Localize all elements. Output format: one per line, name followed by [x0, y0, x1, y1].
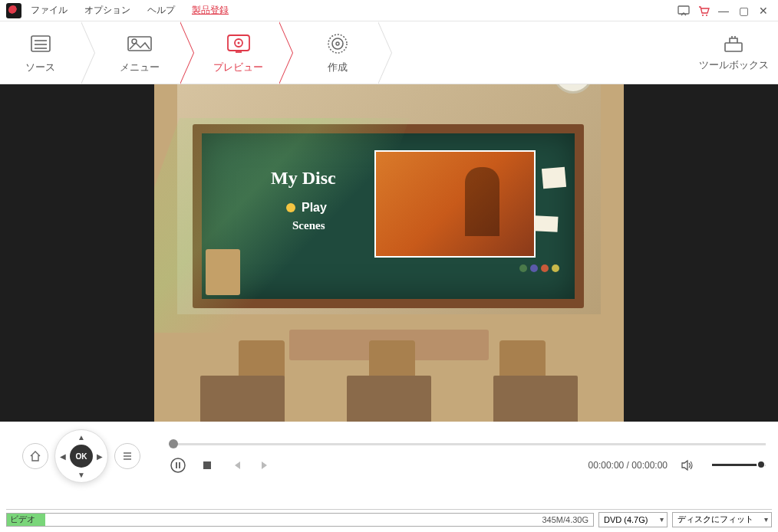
volume-slider[interactable]: [712, 464, 766, 466]
volume-icon[interactable]: [678, 456, 697, 475]
nav-down[interactable]: ▼: [77, 471, 85, 479]
seek-thumb[interactable]: [169, 439, 178, 448]
disc-title: My Disc: [271, 168, 336, 189]
tab-label: メニュー: [120, 61, 160, 74]
menu-option[interactable]: オプション: [84, 4, 130, 17]
app-logo: [6, 3, 21, 18]
chair-decoration: [239, 340, 285, 377]
tab-label: 作成: [328, 61, 348, 74]
menu-register[interactable]: 製品登録: [192, 4, 229, 17]
prev-button[interactable]: [227, 456, 246, 475]
disc-capacity-bar: ビデオ 345M/4.30G: [6, 513, 594, 527]
svg-rect-3: [31, 36, 50, 51]
svg-point-1: [702, 15, 704, 16]
dvd-nav-cluster: ▲ ▼ ◀ ▶ OK: [12, 429, 150, 483]
menu-file[interactable]: ファイル: [31, 4, 68, 17]
magnets-decoration: [519, 264, 559, 272]
svg-point-11: [237, 41, 239, 44]
tab-source[interactable]: ソース: [0, 21, 81, 84]
svg-rect-25: [203, 461, 211, 469]
titlebar: ファイル オプション ヘルプ 製品登録 — ▢ ✕: [0, 0, 778, 21]
maximize-icon[interactable]: ▢: [735, 2, 752, 19]
tab-label: ソース: [25, 61, 55, 74]
minimize-icon[interactable]: —: [715, 2, 732, 19]
svg-point-13: [328, 34, 347, 53]
svg-point-15: [336, 42, 339, 45]
tab-menu[interactable]: メニュー: [99, 21, 180, 84]
menu-help[interactable]: ヘルプ: [147, 4, 175, 17]
menu-scenes-button[interactable]: Scenes: [292, 219, 325, 232]
status-bar: ビデオ 345M/4.30G DVD (4.7G) ディスクにフィット: [6, 509, 772, 529]
toolbox-button[interactable]: ツールボックス: [695, 21, 772, 84]
close-icon[interactable]: ✕: [755, 2, 772, 19]
selection-dot-icon: [286, 203, 295, 212]
nav-ok-button[interactable]: OK: [70, 445, 93, 468]
sticky-note-decoration: [534, 215, 558, 232]
pause-button[interactable]: [169, 456, 187, 475]
preview-area: My Disc Play Scenes: [0, 84, 778, 422]
nav-right[interactable]: ▶: [97, 452, 103, 461]
tabbar: ソース メニュー プレビュー 作成 ツールボックス: [0, 21, 778, 84]
toolbox-label: ツールボックス: [699, 58, 769, 72]
fit-mode-select[interactable]: ディスクにフィット: [672, 512, 772, 527]
video-label: ビデオ: [7, 514, 35, 525]
nav-up[interactable]: ▲: [77, 433, 85, 442]
desks-decoration: [154, 376, 624, 422]
tab-preview[interactable]: プレビュー: [198, 21, 279, 84]
player-controls: ▲ ▼ ◀ ▶ OK 00:00:00: [0, 422, 778, 491]
tab-label: プレビュー: [213, 61, 263, 74]
svg-rect-7: [128, 37, 151, 51]
tab-create[interactable]: 作成: [297, 21, 377, 84]
svg-point-22: [171, 458, 185, 472]
next-button[interactable]: [256, 456, 275, 475]
time-display: 00:00:00 / 00:00:00: [588, 460, 668, 471]
scroll-decoration: [206, 249, 240, 295]
dvd-menu-preview[interactable]: My Disc Play Scenes: [154, 84, 624, 422]
chair-decoration: [369, 340, 415, 377]
volume-thumb[interactable]: [757, 460, 766, 469]
svg-rect-16: [725, 43, 742, 51]
sticky-note-decoration: [542, 167, 566, 189]
home-button[interactable]: [22, 443, 48, 469]
svg-point-14: [332, 38, 343, 49]
stop-button[interactable]: [198, 456, 216, 475]
chalkboard: My Disc Play Scenes: [193, 124, 584, 308]
seek-bar[interactable]: [169, 443, 766, 445]
nav-left[interactable]: ◀: [60, 452, 66, 461]
capacity-text: 345M/4.30G: [542, 515, 588, 524]
video-thumbnail: [374, 150, 536, 258]
cart-icon[interactable]: [695, 2, 712, 19]
chair-decoration: [499, 340, 546, 377]
dvd-nav-pad: ▲ ▼ ◀ ▶ OK: [54, 429, 108, 483]
feedback-icon[interactable]: [675, 2, 692, 19]
menu-play-button[interactable]: Play: [286, 201, 327, 215]
disc-type-select[interactable]: DVD (4.7G): [598, 512, 668, 527]
menu-list-button[interactable]: [114, 443, 140, 469]
svg-point-2: [706, 15, 707, 16]
